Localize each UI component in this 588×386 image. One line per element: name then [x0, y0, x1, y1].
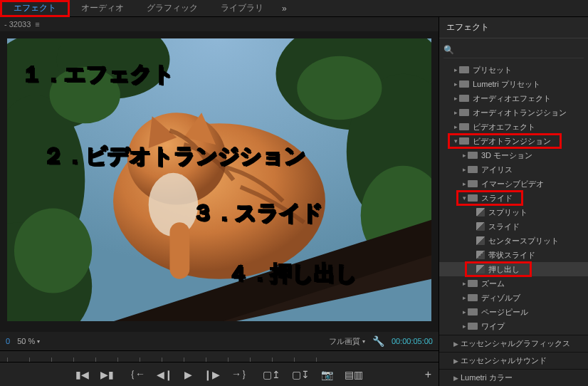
workspace-tabs: エフェクト オーディオ グラフィック ライブラリ » — [0, 0, 588, 17]
tree-item-label: イマーシブビデオ — [481, 179, 544, 189]
collapsed-panels: ▶ エッセンシャルグラフィックス ▶ エッセンシャルサウンド ▶ Lumetri… — [439, 335, 588, 386]
mark-in-button[interactable]: ▮◀ — [75, 369, 89, 380]
folder-icon — [468, 308, 478, 315]
tree-item-label: オーディオエフェクト — [473, 93, 551, 104]
tree-folder[interactable]: ▸3D モーション — [439, 148, 588, 162]
panel-essential-sound[interactable]: ▶ エッセンシャルサウンド — [439, 352, 588, 369]
tab-library[interactable]: ライブラリ — [209, 0, 275, 17]
tab-label: グラフィック — [147, 2, 198, 14]
folder-icon — [459, 66, 469, 73]
export-frame-button[interactable]: 📷 — [321, 369, 333, 380]
step-back-button[interactable]: ◀❙ — [157, 369, 173, 380]
folder-icon — [468, 166, 478, 173]
lift-button[interactable]: ▢↥ — [263, 369, 280, 380]
tree-item-label: 3D モーション — [481, 150, 532, 161]
tab-effects[interactable]: エフェクト — [0, 0, 70, 17]
tree-item-label: Lumetri プリセット — [473, 79, 540, 90]
chevron-right-icon: ▸ — [452, 109, 459, 116]
chevron-right-icon: ▶ — [452, 375, 459, 382]
panel-title: エフェクト — [439, 17, 588, 38]
tree-effect[interactable]: 押し出し — [439, 262, 588, 276]
effect-icon — [476, 222, 485, 231]
panel-essential-graphics[interactable]: ▶ エッセンシャルグラフィックス — [439, 335, 588, 352]
go-to-in-button[interactable]: ｛← — [125, 368, 145, 381]
chevron-right-icon: ▸ — [461, 294, 468, 301]
panel-label: エッセンシャルグラフィックス — [461, 338, 570, 349]
search-input[interactable] — [458, 45, 584, 55]
tab-audio[interactable]: オーディオ — [70, 0, 135, 17]
step-forward-button[interactable]: ❙▶ — [204, 369, 220, 380]
mark-out-button[interactable]: ▶▮ — [100, 369, 114, 380]
tree-item-label: スライド — [488, 221, 520, 232]
tree-folder[interactable]: ▸オーディオトランジション — [439, 105, 588, 120]
panel-label: エッセンシャルサウンド — [461, 355, 547, 366]
chevron-right-icon: ▸ — [461, 280, 468, 287]
chevron-right-icon: ▸ — [461, 152, 468, 159]
chevron-right-icon: ▶ — [452, 358, 459, 365]
tabs-overflow-button[interactable]: » — [275, 4, 294, 14]
time-ruler[interactable] — [0, 350, 439, 362]
button-editor-button[interactable]: + — [425, 368, 431, 381]
chevron-right-icon: ▸ — [461, 323, 468, 330]
resolution-value: フル画質 — [329, 336, 360, 347]
tree-folder[interactable]: ▸イマーシブビデオ — [439, 177, 588, 191]
search-icon: 🔍 — [443, 45, 454, 55]
tree-folder[interactable]: ▾スライド — [439, 191, 588, 205]
tree-item-label: スプリット — [488, 207, 527, 218]
chevron-down-icon: ▾ — [461, 194, 468, 202]
tree-folder[interactable]: ▸アイリス — [439, 162, 588, 177]
tree-folder[interactable]: ▸ディゾルブ — [439, 291, 588, 305]
go-to-out-button[interactable]: →｝ — [231, 368, 251, 381]
tree-folder[interactable]: ▸ビデオエフェクト — [439, 120, 588, 134]
chevron-right-icon: ▸ — [452, 95, 459, 102]
tree-item-label: ディゾルブ — [481, 293, 520, 303]
svg-rect-18 — [169, 222, 189, 278]
tree-folder[interactable]: ▸Lumetri プリセット — [439, 77, 588, 91]
folder-icon — [468, 280, 478, 287]
tree-item-label: アイリス — [481, 165, 513, 175]
tree-folder[interactable]: ▸ワイプ — [439, 319, 588, 333]
panel-lumetri-color[interactable]: ▶ Lumetri カラー — [439, 369, 588, 386]
tree-effect[interactable]: スプリット — [439, 205, 588, 219]
svg-point-7 — [50, 67, 120, 123]
tree-folder[interactable]: ▸ズーム — [439, 276, 588, 291]
tab-graphics[interactable]: グラフィック — [135, 0, 209, 17]
tree-item-label: ページピール — [481, 307, 528, 318]
folder-icon — [459, 123, 469, 130]
play-button[interactable]: ▶ — [184, 369, 192, 380]
tree-item-label: ビデオトランジション — [473, 136, 551, 147]
effect-icon — [476, 208, 485, 217]
panel-menu-icon[interactable]: ≡ — [35, 20, 39, 28]
tab-label: エフェクト — [14, 2, 56, 14]
chevron-right-icon: ▸ — [452, 123, 459, 130]
timecode[interactable]: 00:00:05:00 — [392, 337, 433, 345]
tree-folder[interactable]: ▸ページピール — [439, 305, 588, 319]
resolution-select[interactable]: フル画質 ▾ — [329, 336, 365, 347]
zoom-select[interactable]: 50 % ▾ — [17, 337, 40, 345]
folder-icon — [468, 294, 478, 301]
svg-point-10 — [14, 208, 92, 293]
preview-frame-image — [7, 38, 431, 321]
tree-folder[interactable]: ▸プリセット — [439, 63, 588, 77]
tree-folder[interactable]: ▾ビデオトランジション — [439, 134, 588, 148]
tab-label: ライブラリ — [221, 2, 263, 14]
effects-tree[interactable]: ▸プリセット▸Lumetri プリセット▸オーディオエフェクト▸オーディオトラン… — [439, 61, 588, 335]
folder-icon — [459, 109, 469, 116]
tree-item-label: ビデオエフェクト — [473, 122, 535, 132]
zoom-value: 50 % — [17, 337, 35, 345]
folder-icon — [459, 137, 469, 145]
svg-point-8 — [297, 56, 382, 120]
chevron-right-icon: ▸ — [452, 66, 459, 73]
effects-search[interactable]: 🔍 — [443, 41, 584, 58]
settings-wrench-icon[interactable]: 🔧 — [372, 335, 384, 347]
tree-effect[interactable]: スライド — [439, 219, 588, 234]
breadcrumb: - 32033 ≡ — [0, 17, 439, 31]
extract-button[interactable]: ▢↧ — [292, 369, 310, 380]
comparison-view-button[interactable]: ▤▥ — [345, 369, 363, 380]
folder-icon — [459, 95, 469, 102]
preview-viewport[interactable] — [7, 38, 431, 332]
tree-effect[interactable]: センタースプリット — [439, 234, 588, 248]
tree-folder[interactable]: ▸オーディオエフェクト — [439, 91, 588, 105]
tree-effect[interactable]: 帯状スライド — [439, 248, 588, 262]
chevron-right-icon: ▸ — [461, 166, 468, 173]
